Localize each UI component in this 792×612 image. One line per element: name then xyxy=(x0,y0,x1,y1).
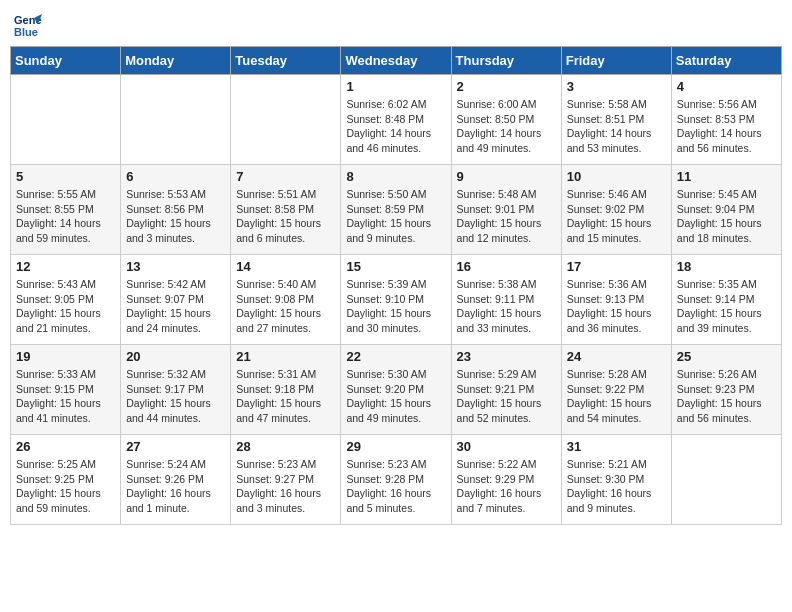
day-info: Sunrise: 5:55 AMSunset: 8:55 PMDaylight:… xyxy=(16,187,115,246)
week-row-2: 5Sunrise: 5:55 AMSunset: 8:55 PMDaylight… xyxy=(11,165,782,255)
day-number: 1 xyxy=(346,79,445,94)
weekday-header-thursday: Thursday xyxy=(451,47,561,75)
day-number: 25 xyxy=(677,349,776,364)
day-cell xyxy=(231,75,341,165)
day-cell: 6Sunrise: 5:53 AMSunset: 8:56 PMDaylight… xyxy=(121,165,231,255)
day-number: 26 xyxy=(16,439,115,454)
day-number: 20 xyxy=(126,349,225,364)
day-number: 12 xyxy=(16,259,115,274)
day-info: Sunrise: 5:32 AMSunset: 9:17 PMDaylight:… xyxy=(126,367,225,426)
day-number: 13 xyxy=(126,259,225,274)
day-info: Sunrise: 6:00 AMSunset: 8:50 PMDaylight:… xyxy=(457,97,556,156)
day-number: 17 xyxy=(567,259,666,274)
day-cell: 9Sunrise: 5:48 AMSunset: 9:01 PMDaylight… xyxy=(451,165,561,255)
day-number: 7 xyxy=(236,169,335,184)
day-cell: 15Sunrise: 5:39 AMSunset: 9:10 PMDayligh… xyxy=(341,255,451,345)
day-number: 3 xyxy=(567,79,666,94)
day-number: 11 xyxy=(677,169,776,184)
day-info: Sunrise: 5:29 AMSunset: 9:21 PMDaylight:… xyxy=(457,367,556,426)
day-cell: 8Sunrise: 5:50 AMSunset: 8:59 PMDaylight… xyxy=(341,165,451,255)
day-info: Sunrise: 5:48 AMSunset: 9:01 PMDaylight:… xyxy=(457,187,556,246)
day-cell: 4Sunrise: 5:56 AMSunset: 8:53 PMDaylight… xyxy=(671,75,781,165)
day-number: 5 xyxy=(16,169,115,184)
day-info: Sunrise: 5:30 AMSunset: 9:20 PMDaylight:… xyxy=(346,367,445,426)
weekday-header-wednesday: Wednesday xyxy=(341,47,451,75)
day-info: Sunrise: 5:53 AMSunset: 8:56 PMDaylight:… xyxy=(126,187,225,246)
day-cell: 18Sunrise: 5:35 AMSunset: 9:14 PMDayligh… xyxy=(671,255,781,345)
day-cell: 7Sunrise: 5:51 AMSunset: 8:58 PMDaylight… xyxy=(231,165,341,255)
day-info: Sunrise: 6:02 AMSunset: 8:48 PMDaylight:… xyxy=(346,97,445,156)
day-cell: 17Sunrise: 5:36 AMSunset: 9:13 PMDayligh… xyxy=(561,255,671,345)
day-number: 18 xyxy=(677,259,776,274)
day-number: 4 xyxy=(677,79,776,94)
day-info: Sunrise: 5:43 AMSunset: 9:05 PMDaylight:… xyxy=(16,277,115,336)
svg-text:Blue: Blue xyxy=(14,26,38,38)
day-cell: 2Sunrise: 6:00 AMSunset: 8:50 PMDaylight… xyxy=(451,75,561,165)
day-info: Sunrise: 5:35 AMSunset: 9:14 PMDaylight:… xyxy=(677,277,776,336)
day-cell xyxy=(11,75,121,165)
day-info: Sunrise: 5:26 AMSunset: 9:23 PMDaylight:… xyxy=(677,367,776,426)
week-row-1: 1Sunrise: 6:02 AMSunset: 8:48 PMDaylight… xyxy=(11,75,782,165)
day-cell: 26Sunrise: 5:25 AMSunset: 9:25 PMDayligh… xyxy=(11,435,121,525)
day-number: 23 xyxy=(457,349,556,364)
day-number: 27 xyxy=(126,439,225,454)
day-number: 14 xyxy=(236,259,335,274)
day-cell: 13Sunrise: 5:42 AMSunset: 9:07 PMDayligh… xyxy=(121,255,231,345)
day-info: Sunrise: 5:45 AMSunset: 9:04 PMDaylight:… xyxy=(677,187,776,246)
day-cell: 1Sunrise: 6:02 AMSunset: 8:48 PMDaylight… xyxy=(341,75,451,165)
day-number: 29 xyxy=(346,439,445,454)
day-info: Sunrise: 5:31 AMSunset: 9:18 PMDaylight:… xyxy=(236,367,335,426)
day-number: 28 xyxy=(236,439,335,454)
day-number: 22 xyxy=(346,349,445,364)
day-info: Sunrise: 5:40 AMSunset: 9:08 PMDaylight:… xyxy=(236,277,335,336)
day-cell: 5Sunrise: 5:55 AMSunset: 8:55 PMDaylight… xyxy=(11,165,121,255)
day-info: Sunrise: 5:25 AMSunset: 9:25 PMDaylight:… xyxy=(16,457,115,516)
weekday-header-friday: Friday xyxy=(561,47,671,75)
day-info: Sunrise: 5:50 AMSunset: 8:59 PMDaylight:… xyxy=(346,187,445,246)
day-number: 10 xyxy=(567,169,666,184)
day-info: Sunrise: 5:38 AMSunset: 9:11 PMDaylight:… xyxy=(457,277,556,336)
day-number: 19 xyxy=(16,349,115,364)
day-info: Sunrise: 5:22 AMSunset: 9:29 PMDaylight:… xyxy=(457,457,556,516)
day-cell: 28Sunrise: 5:23 AMSunset: 9:27 PMDayligh… xyxy=(231,435,341,525)
day-number: 6 xyxy=(126,169,225,184)
weekday-header-saturday: Saturday xyxy=(671,47,781,75)
logo: General Blue xyxy=(14,10,46,38)
day-info: Sunrise: 5:23 AMSunset: 9:27 PMDaylight:… xyxy=(236,457,335,516)
day-cell: 30Sunrise: 5:22 AMSunset: 9:29 PMDayligh… xyxy=(451,435,561,525)
weekday-header-tuesday: Tuesday xyxy=(231,47,341,75)
day-cell: 21Sunrise: 5:31 AMSunset: 9:18 PMDayligh… xyxy=(231,345,341,435)
day-info: Sunrise: 5:58 AMSunset: 8:51 PMDaylight:… xyxy=(567,97,666,156)
day-info: Sunrise: 5:24 AMSunset: 9:26 PMDaylight:… xyxy=(126,457,225,516)
day-number: 9 xyxy=(457,169,556,184)
week-row-4: 19Sunrise: 5:33 AMSunset: 9:15 PMDayligh… xyxy=(11,345,782,435)
day-cell: 20Sunrise: 5:32 AMSunset: 9:17 PMDayligh… xyxy=(121,345,231,435)
day-info: Sunrise: 5:21 AMSunset: 9:30 PMDaylight:… xyxy=(567,457,666,516)
day-info: Sunrise: 5:42 AMSunset: 9:07 PMDaylight:… xyxy=(126,277,225,336)
week-row-5: 26Sunrise: 5:25 AMSunset: 9:25 PMDayligh… xyxy=(11,435,782,525)
day-cell: 22Sunrise: 5:30 AMSunset: 9:20 PMDayligh… xyxy=(341,345,451,435)
day-info: Sunrise: 5:56 AMSunset: 8:53 PMDaylight:… xyxy=(677,97,776,156)
day-info: Sunrise: 5:28 AMSunset: 9:22 PMDaylight:… xyxy=(567,367,666,426)
weekday-header-sunday: Sunday xyxy=(11,47,121,75)
weekday-header-row: SundayMondayTuesdayWednesdayThursdayFrid… xyxy=(11,47,782,75)
week-row-3: 12Sunrise: 5:43 AMSunset: 9:05 PMDayligh… xyxy=(11,255,782,345)
day-cell xyxy=(121,75,231,165)
day-number: 21 xyxy=(236,349,335,364)
day-number: 31 xyxy=(567,439,666,454)
day-number: 30 xyxy=(457,439,556,454)
day-info: Sunrise: 5:39 AMSunset: 9:10 PMDaylight:… xyxy=(346,277,445,336)
day-info: Sunrise: 5:36 AMSunset: 9:13 PMDaylight:… xyxy=(567,277,666,336)
logo-icon: General Blue xyxy=(14,10,42,38)
day-cell: 31Sunrise: 5:21 AMSunset: 9:30 PMDayligh… xyxy=(561,435,671,525)
day-cell: 27Sunrise: 5:24 AMSunset: 9:26 PMDayligh… xyxy=(121,435,231,525)
weekday-header-monday: Monday xyxy=(121,47,231,75)
day-number: 8 xyxy=(346,169,445,184)
day-cell: 14Sunrise: 5:40 AMSunset: 9:08 PMDayligh… xyxy=(231,255,341,345)
day-cell: 24Sunrise: 5:28 AMSunset: 9:22 PMDayligh… xyxy=(561,345,671,435)
day-cell: 12Sunrise: 5:43 AMSunset: 9:05 PMDayligh… xyxy=(11,255,121,345)
day-cell xyxy=(671,435,781,525)
day-info: Sunrise: 5:51 AMSunset: 8:58 PMDaylight:… xyxy=(236,187,335,246)
calendar-table: SundayMondayTuesdayWednesdayThursdayFrid… xyxy=(10,46,782,525)
day-cell: 25Sunrise: 5:26 AMSunset: 9:23 PMDayligh… xyxy=(671,345,781,435)
